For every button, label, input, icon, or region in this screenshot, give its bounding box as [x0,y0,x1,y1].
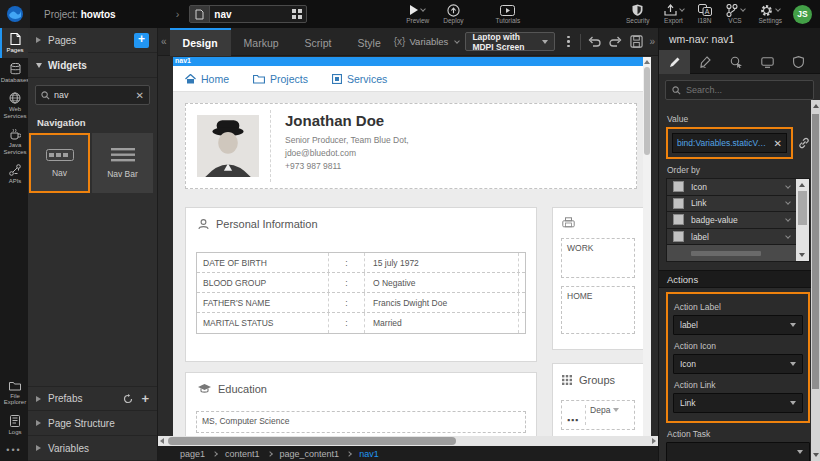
scroll-up-icon[interactable] [799,183,805,187]
order-by-option[interactable]: badge-value [667,212,796,228]
rail-item-pages[interactable]: Pages [0,28,28,58]
section-prefabs[interactable]: Prefabs + [28,386,157,411]
profile-card-widget[interactable]: Jonathan Doe Senior Producer, Team Blue … [185,103,637,189]
rail-item-databases[interactable]: Databases [0,58,28,88]
security-button[interactable]: Security [626,0,649,28]
nav-item-services[interactable]: Services [332,73,387,85]
checkbox[interactable] [673,181,684,192]
tab-events[interactable] [721,50,752,74]
profile-phone[interactable]: +973 987 9811 [285,160,409,173]
table-row[interactable]: DATE OF BIRTH:15 july 1972 [197,253,525,273]
collapse-right-icon[interactable]: » [649,36,655,47]
settings-button[interactable]: Settings [759,0,783,28]
rail-item-apis[interactable]: APIs [0,159,28,189]
breadcrumb-item[interactable]: page_content1 [280,449,340,459]
groups-row[interactable]: ▪▪▪ Depa [561,400,635,430]
scroll-down-icon[interactable] [799,253,805,257]
user-avatar[interactable]: JS [793,5,812,24]
breadcrumb-item[interactable]: page1 [180,449,205,459]
education-row[interactable]: MS, Computer Science [196,411,526,433]
scrollbar-thumb[interactable] [812,114,819,389]
action-link-select[interactable]: Link [673,393,803,413]
device-selector[interactable]: Laptop with MDPI Screen [465,32,555,51]
canvas-vertical-scrollbar[interactable] [643,57,651,436]
scrollbar-thumb[interactable] [798,191,807,225]
property-search-input[interactable] [686,85,807,95]
selection-highlight[interactable]: nav1 [173,57,643,66]
vcs-button[interactable]: VCS [726,0,745,28]
checkbox[interactable] [673,198,684,209]
widget-tile-nav[interactable]: Nav [29,133,90,193]
personal-info-panel[interactable]: Personal Information DATE OF BIRTH:15 ju… [185,207,537,362]
page-search-input[interactable] [210,6,288,22]
scrollbar-thumb[interactable] [644,67,650,155]
collapse-left-icon[interactable]: « [161,36,167,47]
section-pages[interactable]: Pages + [28,28,157,53]
scroll-up-icon[interactable] [813,104,819,108]
page-icon[interactable] [190,6,210,22]
widget-search-input[interactable] [50,90,136,100]
table-row[interactable]: MARITAL STATUS:Married [197,313,525,333]
breadcrumb-item[interactable]: content1 [225,449,260,459]
order-by-scrollbar[interactable] [796,179,809,261]
scroll-up-icon[interactable] [644,60,650,64]
order-by-option[interactable]: Icon [667,179,796,195]
tab-device[interactable] [752,50,783,74]
section-variables[interactable]: Variables [28,436,157,461]
deploy-button[interactable]: Deploy [443,0,463,28]
widget-tile-nav-bar[interactable]: Nav Bar [92,133,153,193]
undo-button[interactable] [588,36,601,47]
tab-security[interactable] [783,50,814,74]
grid-icon[interactable] [288,6,306,22]
add-prefab-button[interactable]: + [141,394,149,404]
page-nav-widget[interactable]: Home Projects Services [173,66,643,92]
chevron-down-icon[interactable] [785,216,791,222]
actions-section-header[interactable]: Actions [659,270,820,288]
preview-button[interactable]: Preview [406,0,429,28]
more-menu-icon[interactable] [567,36,570,48]
scrollbar-thumb[interactable] [168,437,456,445]
section-widgets[interactable]: Widgets [28,53,157,78]
profile-role[interactable]: Senior Producer, Team Blue Dot, [285,134,409,147]
checkbox[interactable] [673,231,684,242]
tab-styles[interactable] [690,50,721,74]
education-panel[interactable]: Education MS, Computer Science [185,372,537,436]
more-options-icon[interactable]: ••• [0,439,28,461]
scroll-left-icon[interactable] [160,438,164,444]
canvas-horizontal-scrollbar[interactable] [158,436,658,446]
nav-item-home[interactable]: Home [185,73,229,85]
value-binding-field[interactable]: bind:Variables.staticVariable1.dataSet ✕ [672,133,787,153]
table-row[interactable]: FATHER'S NAME:Francis Dwight Doe [197,293,525,313]
variables-menu[interactable]: {x} Variables [394,36,460,47]
scroll-right-icon[interactable] [652,438,656,444]
scroll-down-icon[interactable] [813,453,819,457]
profile-name[interactable]: Jonathan Doe [285,112,409,129]
nav-item-projects[interactable]: Projects [253,73,308,85]
tab-properties[interactable] [659,50,690,74]
profile-email[interactable]: jdoe@bluedot.com [285,147,409,160]
clear-search-icon[interactable]: ✕ [136,90,144,101]
breadcrumb-item-current[interactable]: nav1 [359,449,379,459]
contact-home[interactable]: HOME [561,286,635,334]
chevron-down-icon[interactable] [785,183,791,189]
profile-photo[interactable] [197,115,259,177]
chevron-down-icon[interactable] [785,233,791,239]
order-by-option[interactable]: label [667,229,796,245]
chevron-right-icon[interactable]: › [176,8,180,20]
rail-item-java-services[interactable]: Java Services [0,123,28,159]
save-button[interactable] [630,35,643,48]
tab-style[interactable]: Style [344,28,393,56]
groups-panel[interactable]: Groups ▪▪▪ Depa [552,363,644,436]
chevron-down-icon[interactable] [785,200,791,206]
panel-scrollbar[interactable] [811,100,820,461]
rail-item-logs[interactable]: Logs [0,410,28,440]
tab-script[interactable]: Script [292,28,345,56]
export-button[interactable]: Export [664,0,684,28]
tab-markup[interactable]: Markup [231,28,292,56]
bind-link-icon[interactable] [798,137,810,149]
wavemaker-logo[interactable] [0,0,30,28]
add-page-button[interactable]: + [134,33,149,48]
redo-button[interactable] [609,36,622,47]
order-by-option[interactable]: Link [667,196,796,212]
action-task-select[interactable] [666,442,810,461]
